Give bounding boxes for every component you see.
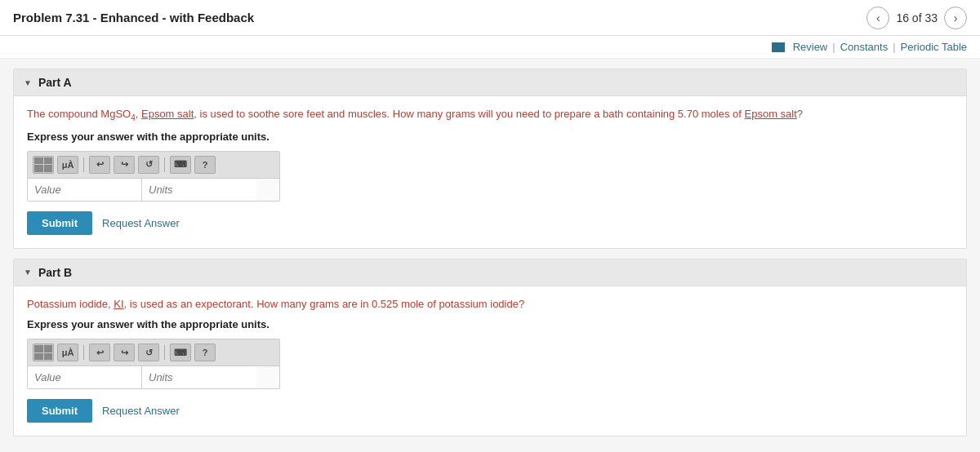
part-a-submit-button[interactable]: Submit — [27, 211, 92, 235]
part-b-question: Potassium iodide, KI, is used as an expe… — [27, 296, 953, 312]
part-a-collapse-arrow[interactable]: ▼ — [24, 78, 32, 87]
tb-sep-1 — [83, 157, 84, 172]
part-a-section: ▼ Part A The compound MgSO4, Epsom salt,… — [13, 69, 967, 249]
part-b-submit-button[interactable]: Submit — [27, 399, 92, 423]
page-title: Problem 7.31 - Enhanced - with Feedback — [13, 11, 254, 24]
part-a-units-input[interactable] — [142, 179, 256, 201]
part-b-body: Potassium iodide, KI, is used as an expe… — [14, 286, 966, 436]
periodic-table-link[interactable]: Periodic Table — [901, 41, 967, 53]
main-content: ▼ Part A The compound MgSO4, Epsom salt,… — [0, 69, 980, 450]
part-a-refresh-btn[interactable]: ↺ — [138, 156, 159, 174]
refresh-icon-b: ↺ — [145, 348, 153, 358]
part-b-header: ▼ Part B — [14, 259, 966, 286]
part-b-collapse-arrow[interactable]: ▼ — [24, 268, 32, 277]
part-b-keyboard-btn[interactable]: ⌨ — [170, 343, 191, 361]
next-button[interactable]: › — [944, 7, 967, 29]
tb-sep-2 — [164, 157, 165, 172]
part-b-action-row: Submit Request Answer — [27, 399, 953, 423]
part-b-answer-box: μÀ ↩ ↪ ↺ ⌨ — [27, 339, 280, 389]
part-b-title: Part B — [38, 266, 72, 279]
constants-link[interactable]: Constants — [840, 41, 889, 53]
top-bar: Problem 7.31 - Enhanced - with Feedback … — [0, 0, 980, 36]
keyboard-icon-b: ⌨ — [174, 348, 187, 358]
part-b-mu-btn[interactable]: μÀ — [57, 343, 78, 361]
page-count: 16 of 33 — [896, 11, 938, 24]
part-b-help-btn[interactable]: ? — [194, 343, 216, 361]
undo-icon: ↩ — [96, 159, 104, 170]
part-a-keyboard-btn[interactable]: ⌨ — [170, 156, 191, 174]
separator-2: | — [893, 41, 895, 53]
part-a-action-row: Submit Request Answer — [27, 211, 953, 235]
part-a-mu-btn[interactable]: μÀ — [57, 156, 78, 174]
pagination-controls: ‹ 16 of 33 › — [866, 7, 967, 29]
prev-button[interactable]: ‹ — [866, 7, 889, 29]
help-icon: ? — [203, 160, 208, 170]
part-a-help-btn[interactable]: ? — [194, 156, 216, 174]
part-a-inputs — [28, 179, 279, 201]
part-b-grid-btn[interactable] — [33, 343, 54, 361]
part-a-request-answer-link[interactable]: Request Answer — [102, 217, 180, 229]
review-icon — [772, 42, 785, 52]
part-a-redo-btn[interactable]: ↪ — [114, 156, 135, 174]
tb-sep-4 — [164, 345, 165, 360]
part-a-undo-btn[interactable]: ↩ — [89, 156, 110, 174]
part-a-body: The compound MgSO4, Epsom salt, is used … — [14, 96, 966, 248]
undo-icon-b: ↩ — [96, 348, 104, 358]
part-b-request-answer-link[interactable]: Request Answer — [102, 405, 180, 417]
part-b-inputs — [28, 366, 279, 388]
part-b-undo-btn[interactable]: ↩ — [89, 343, 110, 361]
redo-icon: ↪ — [121, 159, 128, 170]
part-a-header: ▼ Part A — [14, 69, 966, 96]
part-b-section: ▼ Part B Potassium iodide, KI, is used a… — [13, 259, 967, 437]
utility-bar: Review | Constants | Periodic Table — [0, 36, 980, 59]
redo-icon-b: ↪ — [121, 348, 128, 358]
separator-1: | — [832, 41, 835, 53]
part-b-units-input[interactable] — [142, 366, 256, 388]
mu-icon-b: μÀ — [62, 348, 74, 357]
part-a-question: The compound MgSO4, Epsom salt, is used … — [27, 106, 953, 124]
mu-icon: μÀ — [62, 160, 74, 170]
help-icon-b: ? — [203, 348, 208, 357]
review-link[interactable]: Review — [793, 41, 828, 53]
part-a-answer-box: μÀ ↩ ↪ ↺ ⌨ — [27, 151, 280, 202]
part-a-title: Part A — [38, 76, 72, 89]
part-a-instruction: Express your answer with the appropriate… — [27, 131, 953, 143]
keyboard-icon: ⌨ — [174, 159, 187, 170]
part-b-redo-btn[interactable]: ↪ — [114, 343, 135, 361]
grid-icon-b — [34, 345, 52, 360]
part-a-grid-btn[interactable] — [33, 156, 54, 174]
grid-icon — [34, 157, 52, 172]
refresh-icon: ↺ — [145, 159, 153, 170]
part-b-refresh-btn[interactable]: ↺ — [138, 343, 159, 361]
part-b-value-input[interactable] — [28, 366, 142, 388]
part-a-toolbar: μÀ ↩ ↪ ↺ ⌨ — [28, 152, 279, 179]
tb-sep-3 — [83, 345, 84, 360]
part-b-toolbar: μÀ ↩ ↪ ↺ ⌨ — [28, 339, 279, 366]
part-b-instruction: Express your answer with the appropriate… — [27, 318, 953, 330]
part-a-value-input[interactable] — [28, 179, 142, 201]
